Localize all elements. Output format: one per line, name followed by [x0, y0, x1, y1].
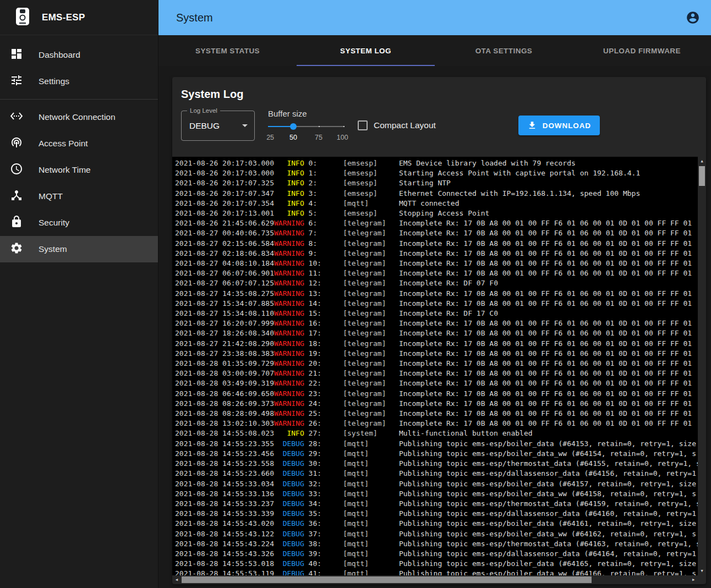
- buffer-size-slider[interactable]: [268, 123, 344, 130]
- log-row: 2021-08-28 14:55:23.660DEBUG31:[mqtt]Pub…: [175, 469, 698, 479]
- app-logo: EMS-ESP: [0, 0, 158, 35]
- scroll-down-arrow-icon[interactable]: ▼: [698, 567, 706, 575]
- log-row: 2021-08-28 13:02:10.303WARNING26:[telegr…: [175, 419, 698, 428]
- card-title: System Log: [181, 88, 697, 101]
- tab-bar: SYSTEM STATUS SYSTEM LOG OTA SETTINGS UP…: [158, 35, 711, 66]
- slider-mark: [319, 126, 320, 127]
- log-row: 2021-08-28 14:55:33.237DEBUG34:[mqtt]Pub…: [175, 499, 698, 509]
- log-row: 2021-08-28 08:28:09.498WARNING25:[telegr…: [175, 409, 698, 419]
- sidebar-item-label: MQTT: [39, 191, 63, 201]
- tick-label-75: 75: [315, 134, 322, 141]
- dashboard-icon: [10, 47, 23, 63]
- sidebar-item-label: Dashboard: [39, 50, 80, 60]
- download-button[interactable]: DOWNLOAD: [518, 116, 600, 135]
- log-row: 2021-08-27 06:07:06.901WARNING11:[telegr…: [175, 268, 698, 278]
- log-row: 2021-08-28 14:55:43.122DEBUG37:[mqtt]Pub…: [175, 529, 698, 539]
- log-row: 2021-08-28 14:55:53.018DEBUG40:[mqtt]Pub…: [175, 559, 698, 569]
- log-row: 2021-08-26 20:17:03.000INFO0:[emsesp]EMS…: [175, 158, 698, 168]
- wifi-tethering-icon: [10, 136, 23, 151]
- scroll-up-arrow-icon[interactable]: ▲: [698, 157, 706, 166]
- log-row: 2021-08-28 03:00:09.707WARNING21:[telegr…: [175, 369, 698, 378]
- log-row: 2021-08-26 20:17:07.354INFO4:[mqtt]MQTT …: [175, 199, 698, 208]
- sidebar-item-access-point[interactable]: Access Point: [0, 130, 158, 157]
- log-row: 2021-08-28 14:55:43.326DEBUG39:[mqtt]Pub…: [175, 549, 698, 559]
- download-button-label: DOWNLOAD: [543, 122, 591, 130]
- horizontal-scrollbar[interactable]: ◀ ▶: [172, 575, 698, 584]
- sidebar-item-network-connection[interactable]: Network Connection: [0, 104, 158, 130]
- log-rows: 2021-08-26 20:17:03.000INFO0:[emsesp]EMS…: [172, 157, 698, 575]
- log-row: 2021-08-27 15:34:07.885WARNING14:[telegr…: [175, 299, 698, 309]
- page-title: System: [176, 12, 686, 24]
- log-row: 2021-08-26 20:17:07.347INFO3:[emsesp]Eth…: [175, 189, 698, 199]
- log-row: 2021-08-26 20:17:03.000INFO1:[emsesp]Sta…: [175, 168, 698, 178]
- app-title: EMS-ESP: [42, 12, 85, 23]
- clock-icon: [10, 162, 23, 178]
- log-row: 2021-08-28 14:55:23.456DEBUG29:[mqtt]Pub…: [175, 449, 698, 459]
- compact-layout-checkbox[interactable]: Compact Layout: [358, 120, 436, 130]
- sidebar-item-label: Network Time: [39, 165, 91, 175]
- buffer-size-label: Buffer size: [268, 109, 344, 118]
- log-row: 2021-08-27 21:42:08.290WARNING18:[telegr…: [175, 339, 698, 349]
- sidebar-item-network-time[interactable]: Network Time: [0, 157, 158, 183]
- ems-esp-logo-icon: [15, 7, 30, 28]
- sidebar-item-mqtt[interactable]: MQTT: [0, 183, 158, 210]
- content-area: System Log Log Level DEBUG Buffer size: [158, 66, 711, 588]
- tune-icon: [10, 74, 23, 89]
- sidebar-item-label: Settings: [39, 76, 69, 86]
- tick-label-100: 100: [337, 134, 348, 141]
- topbar: System: [158, 0, 711, 35]
- scroll-left-arrow-icon[interactable]: ◀: [172, 575, 181, 584]
- sidebar-item-label: System: [39, 244, 67, 254]
- account-icon[interactable]: [686, 10, 700, 25]
- sidebar: EMS-ESP Dashboard Settings Network Conne…: [0, 0, 158, 588]
- log-row: 2021-08-28 14:55:53.119DEBUG41:[mqtt]Pub…: [175, 569, 698, 575]
- tab-system-log[interactable]: SYSTEM LOG: [297, 35, 435, 66]
- tab-system-status[interactable]: SYSTEM STATUS: [158, 35, 297, 66]
- log-row: 2021-08-26 20:17:13.001INFO5:[emsesp]Sto…: [175, 208, 698, 218]
- chevron-down-icon: [242, 124, 248, 127]
- log-level-select[interactable]: Log Level DEBUG: [181, 111, 255, 141]
- sidebar-item-security[interactable]: Security: [0, 210, 158, 236]
- log-row: 2021-08-28 14:55:33.136DEBUG33:[mqtt]Pub…: [175, 489, 698, 499]
- scroll-right-arrow-icon[interactable]: ▶: [689, 575, 698, 584]
- log-row: 2021-08-27 16:20:07.999WARNING16:[telegr…: [175, 318, 698, 328]
- sidebar-item-label: Security: [39, 218, 69, 228]
- horizontal-scrollbar-thumb[interactable]: [182, 576, 592, 583]
- sidebar-item-system[interactable]: System: [0, 236, 158, 262]
- log-row: 2021-08-28 14:55:08.023INFO27:[system]Mu…: [175, 428, 698, 438]
- vertical-scrollbar[interactable]: ▲ ▼: [698, 157, 706, 575]
- log-row: 2021-08-28 14:55:23.355DEBUG28:[mqtt]Pub…: [175, 439, 698, 449]
- tick-label-25: 25: [266, 134, 274, 141]
- tab-upload-firmware[interactable]: UPLOAD FIRMWARE: [573, 35, 711, 66]
- sidebar-nav: Dashboard Settings Network Connection Ac…: [0, 35, 158, 262]
- log-row: 2021-08-26 20:17:07.325INFO2:[emsesp]Sta…: [175, 178, 698, 188]
- log-row: 2021-08-28 06:46:09.650WARNING23:[telegr…: [175, 389, 698, 399]
- device-hub-icon: [10, 189, 23, 204]
- log-row: 2021-08-27 23:38:08.383WARNING19:[telegr…: [175, 349, 698, 359]
- log-row: 2021-08-28 14:55:23.558DEBUG30:[mqtt]Pub…: [175, 459, 698, 469]
- log-row: 2021-08-27 00:40:06.735WARNING7:[telegra…: [175, 228, 698, 238]
- log-level-label: Log Level: [187, 107, 220, 114]
- tab-ota-settings[interactable]: OTA SETTINGS: [435, 35, 573, 66]
- sidebar-item-dashboard[interactable]: Dashboard: [0, 42, 158, 68]
- log-row: 2021-08-28 14:55:43.020DEBUG36:[mqtt]Pub…: [175, 519, 698, 529]
- sidebar-item-label: Network Connection: [39, 112, 116, 122]
- tick-label-50: 50: [289, 134, 297, 141]
- log-row: 2021-08-27 02:15:06.584WARNING8:[telegra…: [175, 239, 698, 249]
- slider-thumb[interactable]: [290, 123, 297, 130]
- vertical-scrollbar-thumb[interactable]: [699, 166, 705, 186]
- slider-mark: [343, 126, 344, 127]
- log-row: 2021-08-27 15:34:08.110WARNING15:[telegr…: [175, 309, 698, 318]
- sidebar-item-label: Access Point: [39, 139, 88, 149]
- log-row: 2021-08-27 02:18:06.834WARNING9:[telegra…: [175, 249, 698, 259]
- gear-icon: [10, 241, 23, 257]
- main-area: System SYSTEM STATUS SYSTEM LOG OTA SETT…: [158, 0, 711, 588]
- sidebar-divider: [0, 99, 158, 100]
- log-row: 2021-08-28 01:35:09.729WARNING20:[telegr…: [175, 359, 698, 369]
- sidebar-item-settings[interactable]: Settings: [0, 68, 158, 95]
- log-row: 2021-08-27 14:35:08.275WARNING13:[telegr…: [175, 289, 698, 299]
- app-root: EMS-ESP Dashboard Settings Network Conne…: [0, 0, 711, 588]
- checkbox-box[interactable]: [358, 120, 368, 130]
- log-console: 2021-08-26 20:17:03.000INFO0:[emsesp]EMS…: [172, 157, 706, 584]
- compact-layout-label: Compact Layout: [374, 120, 436, 130]
